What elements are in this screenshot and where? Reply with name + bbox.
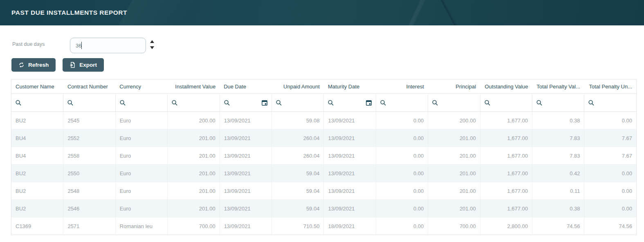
cell: 700.00 — [168, 217, 220, 235]
cell: 13/09/2021 — [220, 217, 272, 235]
cell: 0.00 — [584, 182, 637, 200]
cell: 13/09/2021 — [324, 112, 376, 129]
column-header-label: Installment Value — [175, 84, 215, 90]
cell: 201.00 — [428, 182, 480, 200]
column-header[interactable]: Unpaid Amount — [272, 79, 324, 94]
cell: 710.50 — [272, 217, 324, 235]
search-icon[interactable] — [588, 100, 595, 106]
filter-cell[interactable] — [168, 94, 220, 112]
column-header[interactable]: Currency — [115, 79, 167, 94]
cell: Romanian leu — [115, 217, 167, 235]
column-header-label: Total Penalty Val... — [536, 84, 580, 90]
search-icon[interactable] — [224, 100, 230, 106]
cell: BU2 — [11, 182, 63, 200]
search-icon[interactable] — [328, 100, 334, 106]
refresh-button[interactable]: Refresh — [11, 58, 56, 72]
filter-cell[interactable] — [272, 94, 324, 112]
cell: 0.00 — [376, 147, 428, 165]
calendar-icon[interactable] — [261, 100, 268, 106]
cell: 2548 — [63, 182, 115, 200]
cell: Euro — [115, 129, 167, 147]
filter-cell[interactable] — [428, 94, 480, 112]
search-icon[interactable] — [536, 100, 543, 106]
column-header-label: Total Penalty Un... — [589, 84, 633, 90]
search-icon[interactable] — [484, 100, 491, 106]
search-icon[interactable] — [119, 100, 126, 106]
export-button[interactable]: Export — [63, 58, 104, 72]
table-row[interactable]: C13692571Romanian leu700.0013/09/2021710… — [11, 217, 637, 235]
filter-cell[interactable] — [11, 94, 63, 112]
column-header[interactable]: Interest — [376, 79, 428, 94]
column-header[interactable]: Maturity Date — [324, 79, 376, 94]
search-icon[interactable] — [171, 100, 178, 106]
cell: 0.42 — [532, 165, 584, 182]
text-cursor — [81, 42, 82, 49]
column-header[interactable]: Outstanding Value — [480, 79, 532, 94]
filter-cell[interactable] — [324, 94, 376, 112]
table-row[interactable]: BU22546Euro201.0013/09/202159.0413/09/20… — [11, 200, 637, 217]
cell: 0.11 — [532, 182, 584, 200]
search-icon[interactable] — [380, 100, 386, 106]
export-button-label: Export — [79, 62, 97, 68]
cell: 13/09/2021 — [324, 165, 376, 182]
column-header[interactable]: Contract Number — [63, 79, 115, 94]
cell: 7.83 — [532, 129, 584, 147]
column-header[interactable]: Principal — [428, 79, 480, 94]
cell: 201.00 — [168, 165, 220, 182]
cell: 2545 — [63, 112, 115, 129]
filter-cell[interactable] — [63, 94, 115, 112]
table-row[interactable]: BU22545Euro200.0013/09/202159.0813/09/20… — [11, 112, 637, 129]
cell: 13/09/2021 — [220, 147, 272, 165]
spin-down-icon[interactable] — [150, 46, 155, 49]
column-header-label: Due Date — [224, 84, 246, 90]
column-header-label: Interest — [406, 84, 424, 90]
cell: 59.04 — [272, 200, 324, 217]
table-row[interactable]: BU42558Euro201.0013/09/2021260.0413/09/2… — [11, 147, 637, 165]
column-header[interactable]: Installment Value — [168, 79, 220, 94]
column-header[interactable]: Customer Name — [11, 79, 63, 94]
cell: 74.56 — [532, 217, 584, 235]
cell: 0.00 — [584, 200, 637, 217]
cell: 59.04 — [272, 165, 324, 182]
cell: 0.00 — [376, 112, 428, 129]
cell: Euro — [115, 165, 167, 182]
cell: 2,800.00 — [480, 217, 532, 235]
cell: 2552 — [63, 129, 115, 147]
cell: 201.00 — [428, 147, 480, 165]
filter-cell[interactable] — [584, 94, 637, 112]
search-icon[interactable] — [67, 100, 74, 106]
cell: 260.04 — [272, 147, 324, 165]
cell: 7.67 — [584, 129, 637, 147]
cell: 260.04 — [272, 129, 324, 147]
table-row[interactable]: BU42552Euro201.0013/09/2021260.0413/09/2… — [11, 129, 637, 147]
table-row[interactable]: BU22548Euro201.0013/09/202159.0413/09/20… — [11, 182, 637, 200]
number-spinner — [150, 40, 155, 49]
cell: BU4 — [11, 147, 63, 165]
table-row[interactable]: BU22550Euro201.0013/09/202159.0413/09/20… — [11, 165, 637, 182]
cell: 1,677.00 — [480, 165, 532, 182]
column-header[interactable]: Total Penalty Un... — [584, 79, 637, 94]
cell: BU2 — [11, 165, 63, 182]
column-header[interactable]: Total Penalty Val... — [532, 79, 584, 94]
cell: 13/09/2021 — [324, 182, 376, 200]
filter-cell[interactable] — [220, 94, 272, 112]
search-icon[interactable] — [276, 100, 282, 106]
column-header-label: Maturity Date — [328, 84, 359, 90]
grid-table: Customer NameContract NumberCurrencyInst… — [11, 79, 637, 235]
spin-up-icon[interactable] — [150, 40, 155, 43]
filter-cell[interactable] — [376, 94, 428, 112]
column-header[interactable]: Due Date — [220, 79, 272, 94]
column-header-label: Contract Number — [67, 84, 108, 90]
filter-cell[interactable] — [115, 94, 167, 112]
column-header-row: Customer NameContract NumberCurrencyInst… — [11, 79, 637, 94]
filter-cell[interactable] — [532, 94, 584, 112]
cell: 1,677.00 — [480, 129, 532, 147]
cell: 201.00 — [428, 129, 480, 147]
cell: 13/09/2021 — [324, 200, 376, 217]
search-icon[interactable] — [15, 100, 22, 106]
calendar-icon[interactable] — [366, 100, 372, 106]
cell: C1369 — [11, 217, 63, 235]
filter-cell[interactable] — [480, 94, 532, 112]
search-icon[interactable] — [432, 100, 438, 106]
cell: Euro — [115, 182, 167, 200]
